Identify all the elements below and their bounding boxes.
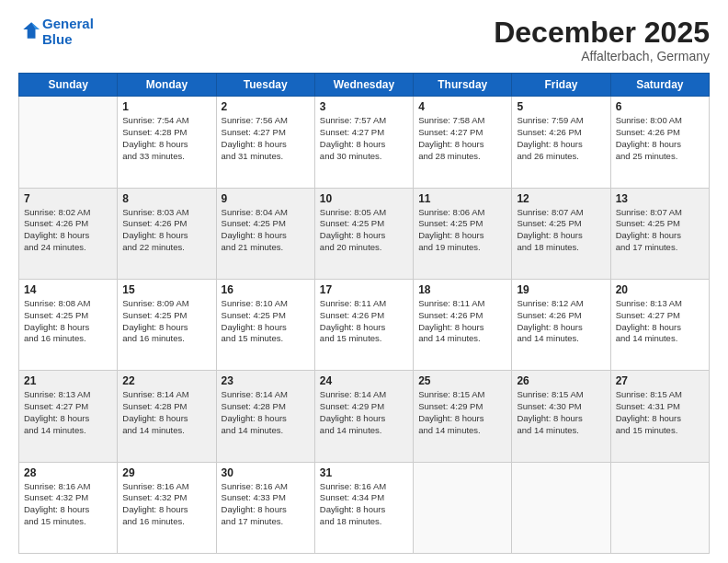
- calendar-cell: 18Sunrise: 8:11 AMSunset: 4:26 PMDayligh…: [414, 279, 512, 370]
- day-info: Sunrise: 8:12 AMSunset: 4:26 PMDaylight:…: [517, 298, 605, 345]
- calendar-cell: 28Sunrise: 8:16 AMSunset: 4:32 PMDayligh…: [19, 462, 118, 553]
- day-info: Sunrise: 8:07 AMSunset: 4:25 PMDaylight:…: [616, 207, 704, 254]
- day-info: Sunrise: 7:59 AMSunset: 4:26 PMDaylight:…: [517, 115, 605, 162]
- day-info: Sunrise: 8:02 AMSunset: 4:26 PMDaylight:…: [24, 207, 112, 254]
- day-number: 2: [222, 100, 310, 113]
- calendar-cell: [512, 462, 610, 553]
- calendar-cell: 19Sunrise: 8:12 AMSunset: 4:26 PMDayligh…: [512, 279, 610, 370]
- calendar-cell: 2Sunrise: 7:56 AMSunset: 4:27 PMDaylight…: [216, 97, 314, 188]
- calendar-cell: 4Sunrise: 7:58 AMSunset: 4:27 PMDaylight…: [414, 97, 512, 188]
- calendar-cell: 31Sunrise: 8:16 AMSunset: 4:34 PMDayligh…: [314, 462, 413, 553]
- logo: General Blue: [18, 17, 94, 47]
- day-info: Sunrise: 8:15 AMSunset: 4:31 PMDaylight:…: [616, 389, 704, 436]
- calendar-cell: [610, 462, 709, 553]
- day-number: 4: [418, 100, 506, 113]
- day-info: Sunrise: 8:09 AMSunset: 4:25 PMDaylight:…: [122, 298, 210, 345]
- calendar-day-header: Friday: [512, 74, 610, 97]
- day-info: Sunrise: 8:16 AMSunset: 4:32 PMDaylight:…: [24, 481, 112, 528]
- calendar-cell: 12Sunrise: 8:07 AMSunset: 4:25 PMDayligh…: [512, 188, 610, 279]
- calendar-table: SundayMondayTuesdayWednesdayThursdayFrid…: [18, 73, 710, 554]
- calendar-cell: 13Sunrise: 8:07 AMSunset: 4:25 PMDayligh…: [610, 188, 709, 279]
- day-number: 18: [418, 283, 506, 296]
- day-info: Sunrise: 8:15 AMSunset: 4:30 PMDaylight:…: [517, 389, 605, 436]
- day-number: 10: [320, 192, 408, 205]
- day-info: Sunrise: 8:16 AMSunset: 4:32 PMDaylight:…: [122, 481, 210, 528]
- day-info: Sunrise: 8:13 AMSunset: 4:27 PMDaylight:…: [24, 389, 112, 436]
- day-number: 25: [418, 374, 506, 387]
- day-number: 9: [222, 192, 310, 205]
- calendar-day-header: Wednesday: [314, 74, 413, 97]
- calendar-day-header: Thursday: [414, 74, 512, 97]
- day-number: 15: [122, 283, 210, 296]
- calendar-cell: 17Sunrise: 8:11 AMSunset: 4:26 PMDayligh…: [314, 279, 413, 370]
- day-number: 23: [222, 374, 310, 387]
- svg-marker-0: [23, 22, 40, 39]
- day-info: Sunrise: 8:11 AMSunset: 4:26 PMDaylight:…: [320, 298, 408, 345]
- logo-icon: [20, 20, 40, 40]
- calendar-cell: 15Sunrise: 8:09 AMSunset: 4:25 PMDayligh…: [118, 279, 216, 370]
- day-number: 11: [418, 192, 506, 205]
- day-number: 16: [222, 283, 310, 296]
- calendar-cell: [19, 97, 118, 188]
- day-info: Sunrise: 8:07 AMSunset: 4:25 PMDaylight:…: [517, 207, 605, 254]
- calendar-cell: 23Sunrise: 8:14 AMSunset: 4:28 PMDayligh…: [216, 371, 314, 462]
- day-info: Sunrise: 8:10 AMSunset: 4:25 PMDaylight:…: [222, 298, 310, 345]
- day-number: 19: [517, 283, 605, 296]
- calendar-week-row: 14Sunrise: 8:08 AMSunset: 4:25 PMDayligh…: [19, 279, 710, 370]
- calendar-cell: 21Sunrise: 8:13 AMSunset: 4:27 PMDayligh…: [19, 371, 118, 462]
- logo-general: General: [42, 16, 94, 31]
- location: Affalterbach, Germany: [494, 49, 710, 63]
- day-info: Sunrise: 8:11 AMSunset: 4:26 PMDaylight:…: [418, 298, 506, 345]
- calendar-cell: [414, 462, 512, 553]
- day-number: 6: [616, 100, 704, 113]
- calendar-cell: 1Sunrise: 7:54 AMSunset: 4:28 PMDaylight…: [118, 97, 216, 188]
- day-info: Sunrise: 8:14 AMSunset: 4:28 PMDaylight:…: [122, 389, 210, 436]
- calendar-week-row: 28Sunrise: 8:16 AMSunset: 4:32 PMDayligh…: [19, 462, 710, 553]
- day-info: Sunrise: 8:14 AMSunset: 4:28 PMDaylight:…: [222, 389, 310, 436]
- header: General Blue December 2025 Affalterbach,…: [18, 17, 710, 63]
- calendar-cell: 29Sunrise: 8:16 AMSunset: 4:32 PMDayligh…: [118, 462, 216, 553]
- day-number: 28: [24, 466, 112, 479]
- day-info: Sunrise: 7:54 AMSunset: 4:28 PMDaylight:…: [122, 115, 210, 162]
- calendar-cell: 16Sunrise: 8:10 AMSunset: 4:25 PMDayligh…: [216, 279, 314, 370]
- calendar-cell: 14Sunrise: 8:08 AMSunset: 4:25 PMDayligh…: [19, 279, 118, 370]
- day-number: 1: [122, 100, 210, 113]
- day-number: 24: [320, 374, 408, 387]
- day-info: Sunrise: 8:04 AMSunset: 4:25 PMDaylight:…: [222, 207, 310, 254]
- day-number: 22: [122, 374, 210, 387]
- calendar-cell: 22Sunrise: 8:14 AMSunset: 4:28 PMDayligh…: [118, 371, 216, 462]
- calendar-cell: 25Sunrise: 8:15 AMSunset: 4:29 PMDayligh…: [414, 371, 512, 462]
- calendar-cell: 6Sunrise: 8:00 AMSunset: 4:26 PMDaylight…: [610, 97, 709, 188]
- day-number: 29: [122, 466, 210, 479]
- calendar-cell: 30Sunrise: 8:16 AMSunset: 4:33 PMDayligh…: [216, 462, 314, 553]
- day-info: Sunrise: 8:16 AMSunset: 4:33 PMDaylight:…: [222, 481, 310, 528]
- day-info: Sunrise: 8:03 AMSunset: 4:26 PMDaylight:…: [122, 207, 210, 254]
- calendar-header-row: SundayMondayTuesdayWednesdayThursdayFrid…: [19, 74, 710, 97]
- calendar-cell: 8Sunrise: 8:03 AMSunset: 4:26 PMDaylight…: [118, 188, 216, 279]
- day-info: Sunrise: 8:14 AMSunset: 4:29 PMDaylight:…: [320, 389, 408, 436]
- day-number: 7: [24, 192, 112, 205]
- calendar-day-header: Sunday: [19, 74, 118, 97]
- day-info: Sunrise: 8:06 AMSunset: 4:25 PMDaylight:…: [418, 207, 506, 254]
- calendar-cell: 11Sunrise: 8:06 AMSunset: 4:25 PMDayligh…: [414, 188, 512, 279]
- calendar-week-row: 1Sunrise: 7:54 AMSunset: 4:28 PMDaylight…: [19, 97, 710, 188]
- logo-text: General Blue: [42, 17, 94, 47]
- calendar-cell: 20Sunrise: 8:13 AMSunset: 4:27 PMDayligh…: [610, 279, 709, 370]
- day-number: 30: [222, 466, 310, 479]
- calendar-day-header: Saturday: [610, 74, 709, 97]
- day-info: Sunrise: 8:05 AMSunset: 4:25 PMDaylight:…: [320, 207, 408, 254]
- calendar-week-row: 21Sunrise: 8:13 AMSunset: 4:27 PMDayligh…: [19, 371, 710, 462]
- calendar-cell: 24Sunrise: 8:14 AMSunset: 4:29 PMDayligh…: [314, 371, 413, 462]
- day-number: 20: [616, 283, 704, 296]
- title-block: December 2025 Affalterbach, Germany: [494, 17, 710, 63]
- calendar-cell: 10Sunrise: 8:05 AMSunset: 4:25 PMDayligh…: [314, 188, 413, 279]
- day-info: Sunrise: 7:57 AMSunset: 4:27 PMDaylight:…: [320, 115, 408, 162]
- calendar-week-row: 7Sunrise: 8:02 AMSunset: 4:26 PMDaylight…: [19, 188, 710, 279]
- day-number: 31: [320, 466, 408, 479]
- day-info: Sunrise: 8:08 AMSunset: 4:25 PMDaylight:…: [24, 298, 112, 345]
- month-title: December 2025: [494, 17, 710, 49]
- day-info: Sunrise: 7:58 AMSunset: 4:27 PMDaylight:…: [418, 115, 506, 162]
- day-number: 13: [616, 192, 704, 205]
- day-number: 3: [320, 100, 408, 113]
- logo-blue: Blue: [42, 31, 73, 47]
